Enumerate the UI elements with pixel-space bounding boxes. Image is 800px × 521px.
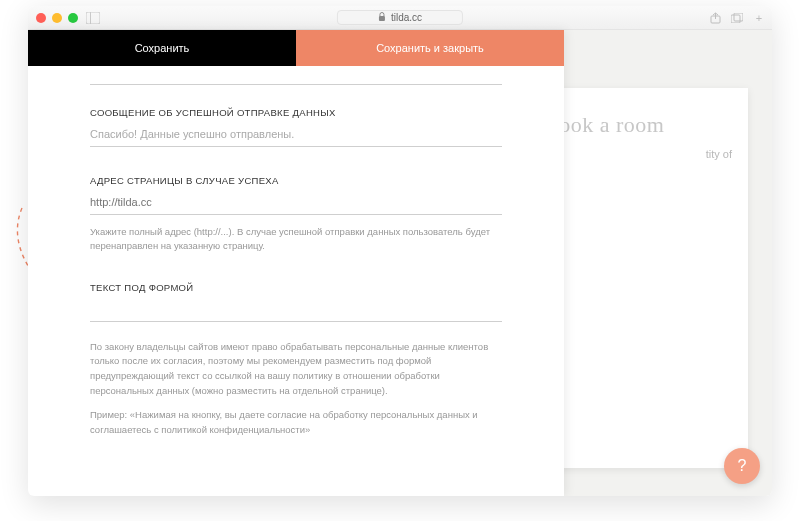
svg-rect-4 — [731, 15, 740, 23]
preview-heading: Book a room — [544, 112, 732, 138]
tabs-icon[interactable] — [730, 11, 744, 25]
address-url: tilda.cc — [391, 12, 422, 23]
save-and-close-button[interactable]: Сохранить и закрыть — [296, 30, 564, 66]
preview-subtext: tity of — [544, 146, 732, 163]
minimize-window-icon[interactable] — [52, 13, 62, 23]
maximize-window-icon[interactable] — [68, 13, 78, 23]
save-button[interactable]: Сохранить — [28, 30, 296, 66]
success-url-label: АДРЕС СТРАНИЦЫ В СЛУЧАЕ УСПЕХА — [90, 175, 502, 186]
under-form-description-2: Пример: «Нажимая на кнопку, вы даете сог… — [90, 408, 502, 437]
window-controls — [36, 13, 78, 23]
lock-icon — [378, 12, 386, 23]
under-form-label: ТЕКСТ ПОД ФОРМОЙ — [90, 282, 502, 293]
new-tab-icon[interactable]: + — [752, 11, 766, 25]
address-bar[interactable]: tilda.cc — [337, 10, 463, 25]
svg-rect-0 — [86, 12, 100, 24]
success-url-section: АДРЕС СТРАНИЦЫ В СЛУЧАЕ УСПЕХА Укажите п… — [90, 175, 502, 254]
success-message-section: СООБЩЕНИЕ ОБ УСПЕШНОЙ ОТПРАВКЕ ДАННЫХ — [90, 107, 502, 147]
divider — [90, 84, 502, 85]
svg-rect-2 — [379, 16, 385, 21]
under-form-section: ТЕКСТ ПОД ФОРМОЙ По закону владельцы сай… — [90, 282, 502, 438]
browser-window: tilda.cc + Book a room tity of Сохранить… — [28, 6, 772, 496]
close-window-icon[interactable] — [36, 13, 46, 23]
svg-rect-5 — [734, 13, 743, 21]
success-url-input[interactable] — [90, 192, 502, 215]
under-form-description-1: По закону владельцы сайтов имеют право о… — [90, 340, 502, 399]
success-message-label: СООБЩЕНИЕ ОБ УСПЕШНОЙ ОТПРАВКЕ ДАННЫХ — [90, 107, 502, 118]
success-url-hint: Укажите полный адрес (http://...). В слу… — [90, 225, 502, 254]
sidebar-toggle-icon[interactable] — [86, 11, 100, 25]
help-button[interactable]: ? — [724, 448, 760, 484]
browser-titlebar: tilda.cc + — [28, 6, 772, 30]
share-icon[interactable] — [708, 11, 722, 25]
success-message-input[interactable] — [90, 124, 502, 147]
under-form-input[interactable] — [90, 299, 502, 322]
panel-header: Сохранить Сохранить и закрыть — [28, 30, 564, 66]
settings-panel: Сохранить Сохранить и закрыть СООБЩЕНИЕ … — [28, 30, 564, 496]
